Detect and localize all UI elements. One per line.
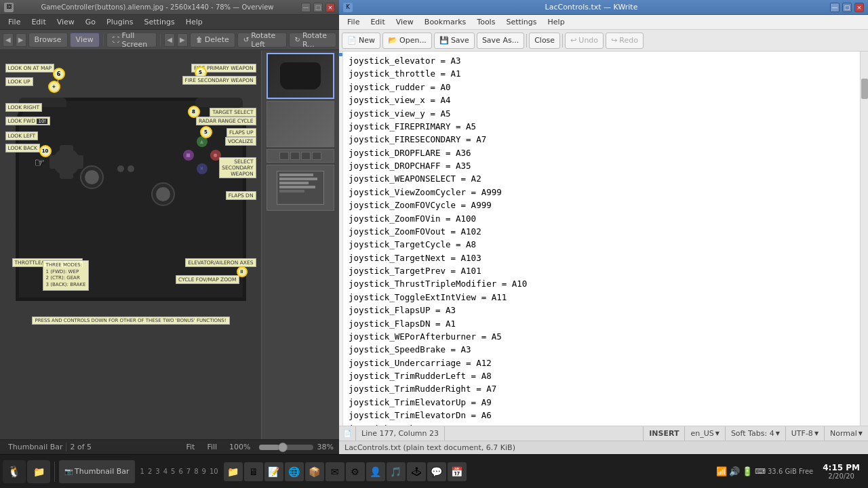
code-line-23: joystick_Undercarriage = A12 [349, 357, 854, 369]
te-menu-view[interactable]: View [391, 16, 419, 28]
taskbar-icon-user[interactable]: 👤 [366, 462, 385, 481]
code-line-8: joystick_DROPCHAFF = A35 [349, 159, 854, 172]
taskbar-thumbnail-toggle[interactable]: 📷 Thumbnail Bar [59, 460, 135, 483]
te-text-container: joystick_elevator = A3joystick_throttle … [339, 52, 868, 426]
iv-view-btn[interactable]: View [70, 33, 100, 47]
iv-menu-edit[interactable]: Edit [26, 16, 51, 28]
thumbnail-item-3[interactable] [267, 149, 334, 163]
taskbar-icon-game[interactable]: 🕹 [407, 462, 426, 481]
te-status-soft-tabs[interactable]: Soft Tabs: 4 ▼ [725, 426, 785, 441]
thumbnail-item-1[interactable] [267, 53, 334, 99]
te-undo-btn[interactable]: ↩ Undo [565, 33, 604, 49]
taskbar-app-icon-2[interactable]: 📁 [27, 460, 50, 483]
iv-minimize-btn[interactable]: — [301, 3, 311, 12]
te-minimize-btn[interactable]: — [830, 3, 840, 12]
taskbar-icon-chat[interactable]: 💬 [427, 462, 446, 481]
systray-volume-icon[interactable]: 🔊 [729, 466, 740, 476]
taskbar-icon-files[interactable]: 📁 [224, 462, 243, 481]
te-scrollbar-thumb[interactable] [861, 79, 868, 99]
iv-delete-btn[interactable]: 🗑 Delete [190, 33, 235, 47]
code-line-17: joystick_ThrustTripleModifier = A10 [349, 277, 854, 290]
taskbar-icon-browser[interactable]: 🌐 [285, 462, 304, 481]
iv-toolbar: ◀ ▶ Browse View ⛶ Full Screen ◀ ▶ 🗑 Dele… [0, 30, 339, 50]
iv-browse-btn[interactable]: Browse [28, 33, 68, 47]
te-status-encoding[interactable]: UTF-8 ▼ [785, 426, 824, 441]
te-save-btn[interactable]: 💾 Save [434, 33, 475, 49]
taskbar-icon-calendar[interactable]: 📅 [448, 462, 467, 481]
iv-zoom-100-btn[interactable]: 100% [225, 443, 254, 451]
taskbar-icon-package[interactable]: 📦 [305, 462, 324, 481]
te-menu-settings[interactable]: Settings [500, 16, 542, 28]
taskbar-icon-settings[interactable]: ⚙ [346, 462, 365, 481]
te-menu-file[interactable]: File [342, 16, 365, 28]
taskbar-num-5: 5 [170, 468, 176, 475]
annot-target-select: TARGET SELECT [210, 108, 256, 117]
te-menubar: File Edit View Bookmarks Tools Settings … [339, 15, 868, 30]
annot-look-up: LOOK UP [5, 77, 33, 86]
iv-fill-btn[interactable]: Fill [203, 443, 221, 451]
iv-menu-settings[interactable]: Settings [139, 16, 180, 28]
taskbar-icon-email[interactable]: ✉ [326, 462, 344, 481]
iv-fullscreen-btn[interactable]: ⛶ Full Screen [106, 33, 157, 47]
te-menu-tools[interactable]: Tools [471, 16, 500, 28]
te-status-icon: 📄 [339, 426, 356, 441]
systray-network-icon[interactable]: 📶 [716, 466, 727, 476]
iv-delete-icon: 🗑 [196, 36, 203, 43]
te-undo-icon: ↩ [570, 36, 576, 45]
taskbar-num-6: 6 [177, 468, 184, 475]
te-titlebar: K LacControls.txt — KWrite — □ × [339, 0, 868, 15]
te-status-line-col: Line 177, Column 23 [356, 426, 445, 441]
te-new-btn[interactable]: 📄 New [342, 33, 380, 49]
code-line-2: joystick_rudder = A0 [349, 81, 854, 94]
iv-menu-view[interactable]: View [52, 16, 80, 28]
taskbar-time: 4:15 PM [823, 463, 860, 472]
code-line-0: joystick_elevator = A3 [349, 54, 854, 67]
te-save-label: Save [451, 36, 469, 45]
iv-forward-nav-btn[interactable]: ▶ [177, 33, 188, 47]
taskbar-icon-terminal[interactable]: 🖥 [244, 462, 263, 481]
te-status-locale[interactable]: en_US ▼ [684, 426, 724, 441]
code-line-9: joystick_WEAPONSELECT = A2 [349, 172, 854, 185]
iv-menu-file[interactable]: File [3, 16, 26, 28]
iv-menu-go[interactable]: Go [80, 16, 101, 28]
taskbar-num-8: 8 [193, 468, 199, 475]
iv-rotate-right-btn[interactable]: ↻ Rotate R... [289, 33, 336, 47]
iv-close-btn[interactable]: × [326, 3, 335, 12]
te-open-btn[interactable]: 📂 Open... [382, 33, 432, 49]
te-maximize-btn[interactable]: □ [842, 3, 852, 12]
iv-menu-help[interactable]: Help [180, 16, 208, 28]
te-status-mode2[interactable]: Normal ▼ [824, 426, 868, 441]
taskbar-icon-music[interactable]: 🎵 [387, 462, 406, 481]
te-close-file-btn[interactable]: Close [529, 33, 560, 49]
te-menu-help[interactable]: Help [542, 16, 570, 28]
te-save-as-btn[interactable]: Save As... [477, 33, 524, 49]
te-save-as-label: Save As... [482, 36, 519, 45]
iv-maximize-btn[interactable]: □ [313, 3, 323, 12]
thumbnail-item-4[interactable] [267, 165, 334, 211]
iv-back-nav-btn[interactable]: ◀ [164, 33, 175, 47]
te-menu-edit[interactable]: Edit [365, 16, 390, 28]
te-menu-bookmarks[interactable]: Bookmarks [419, 16, 471, 28]
code-line-3: joystick_view_x = A4 [349, 94, 854, 106]
iv-forward-btn[interactable]: ▶ [16, 33, 26, 47]
systray-battery-icon[interactable]: 🔋 [742, 466, 753, 476]
taskbar-icon-text[interactable]: 📝 [264, 462, 283, 481]
iv-fullscreen-label: Full Screen [121, 31, 151, 49]
iv-fit-btn[interactable]: Fit [182, 443, 199, 451]
te-close-btn[interactable]: × [854, 3, 864, 12]
iv-zoom-slider-thumb[interactable] [278, 443, 288, 452]
image-viewer-window: 🖼 GameController(buttons).alienm.jpg - 2… [0, 0, 339, 454]
iv-back-btn[interactable]: ◀ [3, 33, 14, 47]
thumbnail-item-2[interactable] [267, 101, 334, 147]
taskbar-app-icon-1[interactable]: 🐧 [3, 460, 26, 483]
te-new-icon: 📄 [347, 36, 357, 45]
iv-menu-plugins[interactable]: Plugins [101, 16, 138, 28]
te-text-area[interactable]: joystick_elevator = A3joystick_throttle … [343, 52, 860, 426]
iv-rotate-left-btn[interactable]: ↺ Rotate Left [237, 33, 287, 47]
te-redo-btn[interactable]: ↪ Redo [606, 33, 644, 49]
code-line-27: joystick_TrimElevatorDn = A6 [349, 409, 854, 422]
iv-thumbnail-bar-label: Thumbnail Bar [5, 443, 66, 451]
systray-keyboard-icon[interactable]: ⌨ [755, 467, 766, 476]
annot-radar-range: RADAR RANGE CYCLE [196, 117, 256, 125]
taskbar-thumbnail-icon: 📷 [64, 468, 73, 475]
